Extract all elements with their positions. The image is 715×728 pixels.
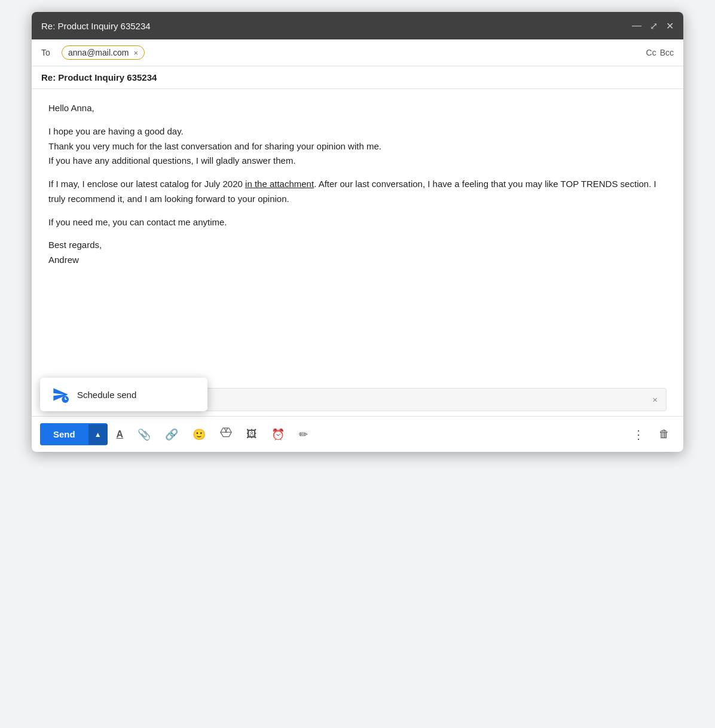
send-button[interactable]: Send: [40, 423, 88, 445]
closing: Best regards, Andrew: [48, 238, 667, 268]
to-row: To anna@mail.com × Cc Bcc: [32, 39, 683, 66]
paragraph-2: If I may, I enclose our latest catalog f…: [48, 177, 667, 207]
subject-text: Re: Product Inquiry 635234: [41, 72, 157, 82]
discard-draft-button[interactable]: 🗑: [653, 424, 675, 445]
attachment-link[interactable]: in the attachment: [245, 179, 314, 189]
cc-bcc-controls: Cc Bcc: [646, 48, 674, 57]
chevron-up-icon: ▲: [94, 430, 102, 439]
maximize-button[interactable]: ⤢: [650, 20, 658, 32]
send-dropdown-button[interactable]: ▲: [88, 424, 108, 445]
insert-emoji-button[interactable]: 🙂: [187, 424, 211, 445]
close-button[interactable]: ✕: [666, 20, 674, 32]
email-body[interactable]: Hello Anna, I hope you are having a good…: [32, 89, 683, 388]
format-text-icon: A: [117, 429, 124, 440]
link-icon: 🔗: [165, 428, 178, 441]
minimize-button[interactable]: —: [632, 20, 641, 31]
insert-drive-button[interactable]: [215, 423, 237, 446]
insert-photo-button[interactable]: 🖼: [241, 424, 262, 445]
remove-attachment-icon[interactable]: ×: [652, 394, 658, 405]
signature-button[interactable]: ✏: [294, 424, 313, 445]
schedule-send-tooltip[interactable]: Schedule send: [40, 378, 207, 411]
image-icon: 🖼: [246, 428, 257, 441]
schedule-send-icon: [52, 386, 69, 403]
toolbar: Schedule send Send ▲ A 📎 🔗 🙂: [32, 416, 683, 452]
paragraph-3: If you need me, you can contact me anyti…: [48, 215, 667, 230]
paragraph-1: I hope you are having a good day. Thank …: [48, 124, 667, 169]
insert-link-button[interactable]: 🔗: [160, 424, 184, 445]
attach-file-button[interactable]: 📎: [132, 424, 156, 445]
insert-scheduled-button[interactable]: ⏰: [266, 424, 290, 445]
drive-icon: [220, 427, 232, 442]
clock-icon: ⏰: [271, 428, 285, 441]
more-options-button[interactable]: ⋮: [627, 423, 650, 446]
greeting: Hello Anna,: [48, 101, 667, 116]
cc-button[interactable]: Cc: [646, 48, 656, 57]
pen-icon: ✏: [299, 428, 308, 441]
title-bar: Re: Product Inquiry 635234 — ⤢ ✕: [32, 12, 683, 39]
recipient-chip[interactable]: anna@mail.com ×: [62, 45, 145, 60]
window-title: Re: Product Inquiry 635234: [41, 21, 151, 31]
subject-row: Re: Product Inquiry 635234: [32, 66, 683, 89]
format-text-button[interactable]: A: [111, 425, 129, 444]
compose-window: Re: Product Inquiry 635234 — ⤢ ✕ To anna…: [32, 12, 683, 452]
to-label: To: [41, 48, 56, 57]
more-vertical-icon: ⋮: [632, 427, 644, 442]
paperclip-icon: 📎: [138, 428, 151, 441]
trash-icon: 🗑: [659, 428, 670, 441]
remove-recipient-icon[interactable]: ×: [133, 48, 138, 57]
schedule-send-label: Schedule send: [77, 390, 136, 400]
recipient-email: anna@mail.com: [68, 48, 129, 57]
window-controls: — ⤢ ✕: [632, 20, 674, 32]
emoji-icon: 🙂: [192, 428, 206, 441]
bcc-button[interactable]: Bcc: [660, 48, 674, 57]
send-button-group: Send ▲: [40, 423, 108, 445]
